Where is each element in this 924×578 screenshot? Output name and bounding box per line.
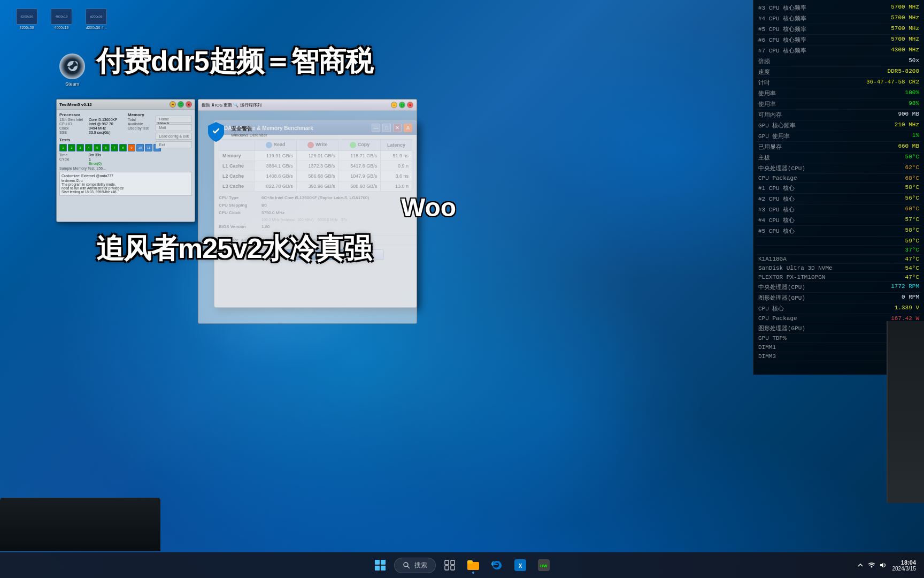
woo-overlay-text: Woo — [401, 193, 456, 222]
hwinfo-row: #3 CPU 核心60°C — [756, 204, 921, 215]
task-view-button[interactable] — [440, 556, 459, 575]
svg-rect-5 — [445, 566, 449, 570]
task-view-icon — [444, 560, 455, 571]
windows-security-window: 报告 ⬇IOS 更新 🔍 运行程序列 − □ × 安全警告 Windows De… — [198, 99, 417, 324]
hwinfo-row: 中央处理器(CPU)62°C — [756, 163, 921, 174]
hwinfo-row: 使用率100% — [756, 88, 921, 99]
testmem-max-btn[interactable]: □ — [178, 101, 184, 108]
network-tray-icon[interactable] — [867, 561, 876, 569]
winsec-content: 安全警告 Windows Defender — [198, 111, 417, 151]
desktop-icon-3[interactable]: d200c36 d200c36-4... — [80, 5, 112, 32]
winsec-max-btn[interactable]: □ — [399, 102, 405, 108]
right-speaker — [887, 321, 924, 503]
start-button[interactable] — [371, 556, 390, 575]
hwinfo-row: #5 CPU 核心频率5700 MHz — [756, 24, 921, 35]
hwinfo-row: #4 CPU 核心57°C — [756, 215, 921, 226]
svg-point-1 — [404, 562, 408, 567]
hwinfo-row: #5 CPU 核心58°C — [756, 226, 921, 237]
winsec-min-btn[interactable]: − — [391, 102, 397, 108]
hwinfo-row: 59°C — [756, 237, 921, 246]
desktop-icon-1[interactable]: 8200c36 8200c36 — [11, 5, 43, 32]
testmem-message: Customize: ExtemeI @anta777 testmem.I2.r… — [59, 172, 192, 196]
hwinfo-row: PLEXTOR PX-1TM10PGN47°C — [756, 273, 921, 282]
search-icon — [403, 561, 410, 569]
overlay-title-top: 付费ddr5超频＝智商税 — [96, 43, 325, 80]
hwinfo-taskbar-button[interactable]: HW — [534, 556, 553, 575]
hwinfo-row: #7 CPU 核心频率4300 MHz — [756, 45, 921, 56]
svg-rect-6 — [451, 566, 455, 570]
hwinfo-row: GPU 使用率1% — [756, 131, 921, 142]
volume-tray-icon[interactable] — [879, 561, 887, 569]
svg-rect-4 — [451, 560, 455, 565]
svg-rect-3 — [445, 560, 449, 565]
hwinfo-row: 速度DDR5-8200 — [756, 67, 921, 78]
hwinfo-row: 图形处理器(GPU)0 RPM — [756, 293, 921, 303]
steam-label: Steam — [65, 81, 79, 87]
hwinfo-icon: HW — [538, 559, 550, 571]
hwinfo-row: #2 CPU 核心56°C — [756, 194, 921, 204]
hwinfo-row: 倍频50x — [756, 56, 921, 67]
edge-browser-button[interactable] — [487, 556, 506, 575]
winsec-titlebar: 报告 ⬇IOS 更新 🔍 运行程序列 − □ × — [198, 100, 417, 111]
desktop-icons: 8200c36 8200c36 4000c19 4000c19 d200c36 … — [11, 5, 112, 32]
steam-desktop-icon[interactable]: Steam — [56, 54, 88, 91]
hwinfo-row: 已用显存660 MB — [756, 142, 921, 153]
mail-btn[interactable]: Mail — [156, 124, 192, 131]
taskbar-search[interactable]: 搜索 — [394, 558, 436, 573]
hwinfo-row: 37°C — [756, 246, 921, 255]
windows11-logo-icon — [375, 560, 386, 571]
hwinfo-row: 可用内存900 MB — [756, 110, 921, 120]
testmem5-titlebar: TestMem5 v0.12 − □ × — [57, 100, 195, 110]
hwinfo-row: K1A118GA47°C — [756, 255, 921, 264]
edge-icon — [490, 559, 503, 572]
svg-line-2 — [407, 566, 410, 568]
system-tray — [856, 561, 887, 569]
chevron-up-tray-icon[interactable] — [856, 561, 865, 569]
hwinfo-row: CPU 核心1.339 V — [756, 303, 921, 314]
testmem-close-btn[interactable]: × — [186, 101, 192, 108]
load-config-btn[interactable]: Load config & exit — [156, 133, 192, 140]
hwinfo-row: 中央处理器(CPU)1772 RPM — [756, 282, 921, 293]
desktop-icon-2[interactable]: 4000c19 4000c19 — [45, 5, 78, 32]
taskbar-center: 搜索 X — [371, 556, 553, 575]
hwinfo-row: 计时36-47-47-58 CR2 — [756, 78, 921, 88]
steam-logo-icon — [59, 54, 85, 79]
winsec-status: 安全警告 — [231, 125, 267, 133]
taskbar: 搜索 X — [0, 552, 924, 578]
hwinfo-row: 主板50°C — [756, 153, 921, 163]
exit-btn[interactable]: Exit — [156, 141, 192, 148]
xtu-icon: X — [514, 559, 526, 571]
hwinfo-row: #1 CPU 核心58°C — [756, 183, 921, 194]
overlay-title-bottom: 追风者m25v2水冷真强 — [96, 230, 325, 268]
hwinfo-row: 使用率98% — [756, 99, 921, 110]
svg-point-11 — [871, 566, 872, 568]
hwinfo-rows: #3 CPU 核心频率5700 MHz#4 CPU 核心频率5700 MHz#5… — [756, 3, 921, 361]
sample-text: Sample Memory Test, 256... — [59, 166, 192, 170]
hwinfo-row: #6 CPU 核心频率5700 MHz — [756, 35, 921, 45]
hwinfo-row: GPU 核心频率210 MHz — [756, 120, 921, 131]
winsec-close-btn[interactable]: × — [407, 102, 413, 108]
hwinfo-row: SanDisk Ultra 3D NVMe54°C — [756, 264, 921, 273]
xtu-button[interactable]: X — [511, 556, 530, 575]
svg-text:X: X — [519, 563, 522, 569]
keyboard-area — [0, 498, 160, 551]
folder-icon — [467, 560, 479, 570]
winsec-description: Windows Defender — [231, 133, 267, 138]
taskbar-clock[interactable]: 18:04 2024/3/15 — [892, 559, 917, 572]
hwinfo-row: #3 CPU 核心频率5700 MHz — [756, 3, 921, 13]
hwinfo-panel: #3 CPU 核心频率5700 MHz#4 CPU 核心频率5700 MHz#5… — [753, 0, 924, 375]
file-explorer-button[interactable] — [464, 556, 483, 575]
testmem-min-btn[interactable]: − — [170, 101, 176, 108]
hwinfo-row: #4 CPU 核心频率5700 MHz — [756, 13, 921, 24]
svg-text:HW: HW — [540, 564, 548, 568]
testmem5-window: TestMem5 v0.12 − □ × Processor 13th Gen … — [56, 99, 195, 222]
hwinfo-row: CPU Package68°C — [756, 174, 921, 183]
home-btn[interactable]: Home — [156, 116, 192, 123]
windows-defender-shield-icon — [205, 120, 227, 142]
taskbar-right: 18:04 2024/3/15 — [856, 559, 917, 572]
